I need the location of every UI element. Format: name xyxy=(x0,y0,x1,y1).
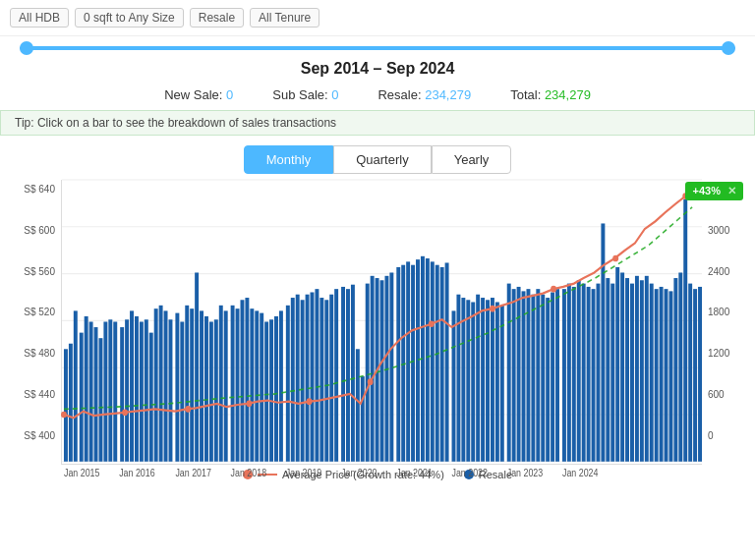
svg-rect-39 xyxy=(224,310,228,461)
svg-rect-18 xyxy=(120,327,124,462)
svg-rect-82 xyxy=(440,267,444,462)
svg-rect-54 xyxy=(301,300,305,462)
svg-rect-17 xyxy=(113,322,117,462)
svg-rect-115 xyxy=(606,278,610,462)
svg-rect-30 xyxy=(180,322,184,462)
svg-rect-67 xyxy=(366,284,370,462)
svg-rect-51 xyxy=(286,306,290,462)
sub-sale-value: 0 xyxy=(331,87,338,102)
close-badge-icon[interactable]: ✕ xyxy=(727,185,736,196)
date-slider[interactable] xyxy=(0,36,755,54)
svg-text:Jan 2019: Jan 2019 xyxy=(286,468,321,479)
svg-rect-15 xyxy=(103,322,107,462)
svg-rect-104 xyxy=(551,292,554,461)
svg-text:Jan 2022: Jan 2022 xyxy=(452,468,488,479)
resale-stat: Resale: 234,279 xyxy=(378,87,471,102)
svg-rect-123 xyxy=(645,276,649,462)
svg-rect-134 xyxy=(698,287,702,462)
svg-point-136 xyxy=(122,409,128,416)
svg-rect-107 xyxy=(567,284,571,462)
resale-value: 234,279 xyxy=(425,87,471,102)
svg-rect-25 xyxy=(154,308,158,462)
svg-rect-19 xyxy=(125,319,129,462)
svg-rect-70 xyxy=(380,280,384,462)
svg-rect-66 xyxy=(361,376,365,462)
bars-group[interactable] xyxy=(64,199,702,462)
svg-rect-31 xyxy=(185,306,189,462)
svg-rect-79 xyxy=(426,258,430,462)
svg-rect-95 xyxy=(507,284,511,462)
filter-all-hdb[interactable]: All HDB xyxy=(10,8,69,28)
svg-rect-77 xyxy=(416,259,420,462)
svg-rect-8 xyxy=(69,344,73,462)
svg-rect-59 xyxy=(324,300,328,462)
svg-rect-83 xyxy=(445,262,449,461)
filter-resale[interactable]: Resale xyxy=(190,8,244,28)
total-label: Total: xyxy=(510,87,541,102)
filter-tenure[interactable]: All Tenure xyxy=(250,8,319,28)
svg-text:Jan 2017: Jan 2017 xyxy=(175,468,210,479)
svg-point-140 xyxy=(368,378,374,385)
filter-bar: All HDB 0 sqft to Any Size Resale All Te… xyxy=(0,0,755,36)
svg-rect-47 xyxy=(264,322,268,462)
svg-rect-133 xyxy=(693,289,697,462)
svg-rect-111 xyxy=(587,287,591,462)
svg-rect-11 xyxy=(85,316,88,462)
svg-rect-44 xyxy=(250,308,254,462)
svg-rect-56 xyxy=(311,292,315,461)
svg-rect-53 xyxy=(296,295,300,462)
svg-rect-58 xyxy=(319,298,323,462)
svg-rect-90 xyxy=(481,298,485,462)
chart-legend: Average Price (Growth rate: 44%) Resale xyxy=(0,469,755,480)
svg-rect-126 xyxy=(660,287,664,462)
svg-text:Jan 2015: Jan 2015 xyxy=(64,468,99,479)
svg-rect-127 xyxy=(665,289,668,462)
svg-rect-76 xyxy=(411,265,415,462)
svg-rect-55 xyxy=(306,295,310,462)
svg-rect-108 xyxy=(572,287,576,462)
period-yearly[interactable]: Yearly xyxy=(432,145,512,174)
svg-text:Jan 2018: Jan 2018 xyxy=(231,468,266,479)
period-quarterly[interactable]: Quarterly xyxy=(333,145,431,174)
svg-rect-46 xyxy=(260,313,263,462)
svg-rect-131 xyxy=(683,199,687,462)
svg-rect-49 xyxy=(274,316,278,462)
svg-rect-114 xyxy=(601,223,605,461)
svg-rect-132 xyxy=(688,284,692,462)
svg-rect-40 xyxy=(231,306,235,462)
svg-rect-16 xyxy=(108,319,112,462)
svg-rect-21 xyxy=(135,316,139,462)
svg-rect-29 xyxy=(175,313,179,462)
svg-rect-33 xyxy=(195,272,199,461)
svg-rect-92 xyxy=(491,298,494,462)
svg-rect-35 xyxy=(204,316,208,462)
svg-rect-57 xyxy=(315,289,319,462)
svg-rect-97 xyxy=(517,287,521,462)
svg-rect-112 xyxy=(592,289,596,462)
svg-point-141 xyxy=(429,320,435,327)
svg-rect-130 xyxy=(678,272,682,461)
growth-badge: +43% ✕ xyxy=(685,182,743,200)
svg-rect-121 xyxy=(635,276,639,462)
slider-thumb-left[interactable] xyxy=(20,41,33,55)
svg-text:Jan 2021: Jan 2021 xyxy=(396,468,432,479)
svg-rect-101 xyxy=(536,289,540,462)
svg-rect-106 xyxy=(562,289,566,462)
svg-rect-61 xyxy=(334,289,338,462)
svg-rect-36 xyxy=(209,322,213,462)
svg-point-138 xyxy=(246,401,252,408)
slider-thumb-right[interactable] xyxy=(722,41,735,55)
period-monthly[interactable]: Monthly xyxy=(244,145,334,174)
svg-rect-120 xyxy=(630,284,634,462)
svg-rect-99 xyxy=(526,289,530,462)
svg-rect-100 xyxy=(531,295,535,462)
new-sale-label: New Sale: xyxy=(164,87,222,102)
svg-rect-23 xyxy=(145,319,148,462)
svg-rect-96 xyxy=(512,289,516,462)
filter-size[interactable]: 0 sqft to Any Size xyxy=(75,8,184,28)
svg-rect-110 xyxy=(582,284,586,462)
svg-rect-14 xyxy=(98,338,102,462)
svg-rect-62 xyxy=(341,287,345,462)
total-value: 234,279 xyxy=(545,87,591,102)
svg-rect-113 xyxy=(596,284,600,462)
